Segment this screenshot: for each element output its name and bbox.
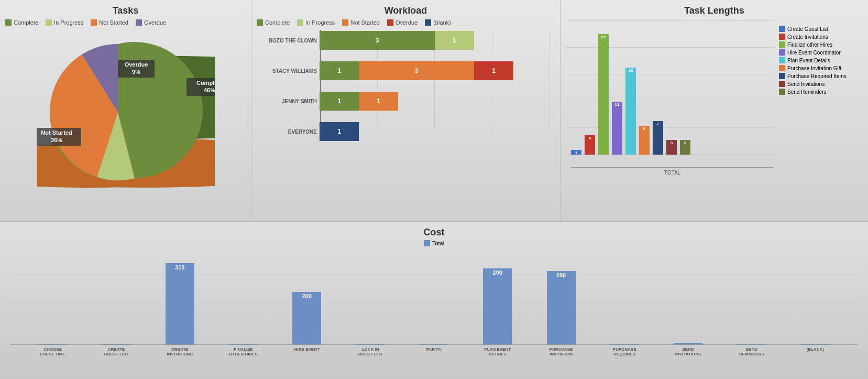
cost-bar-send-rem	[737, 344, 766, 344]
tl-bar-group-4: 11	[612, 102, 622, 155]
cost-bar-guestlist-bar	[102, 344, 130, 344]
cost-bar-party	[420, 344, 448, 344]
wl-complete-label: Complete	[265, 19, 290, 26]
cost-xlabel-10: PURCHASE REQUIRED	[610, 347, 639, 356]
tl-x-label: TOTAL	[571, 170, 774, 176]
legend-overdue: Overdue	[136, 19, 166, 26]
legend-complete-label: Complete	[14, 19, 38, 26]
tl-legend-label-9: Send Reminders	[787, 89, 826, 95]
tl-bar-8: 3	[666, 140, 677, 155]
tl-legend-label-3: Finalize other Hires	[787, 42, 832, 48]
cost-xlabel-8: PLAN EVENT DETAILS	[483, 347, 512, 356]
label-complete-pct: 46%	[203, 87, 214, 93]
tl-legend-5: Plan Event Details	[779, 57, 863, 63]
cost-bar-purchase-inv-bar: 280	[547, 271, 576, 344]
wl-inprogress-dot	[297, 19, 303, 26]
cost-bar-invitations-bar: 310	[166, 263, 194, 344]
tasks-legend: Complete In Progress Not Started Overdue	[5, 19, 246, 26]
tasklengths-chart-area: 1 4 25 11	[566, 20, 774, 176]
tl-legend-label-4: Hire Event Coordinator	[787, 50, 841, 56]
tl-legend-6: Purchase Invitation Gift	[779, 65, 863, 71]
cost-bar-finalize-bar	[229, 344, 258, 344]
cost-bar-purchase-req-bar	[610, 344, 639, 344]
label-overdue: Overdue	[124, 61, 148, 68]
tasklengths-bars-container: 1 4 25 11	[566, 20, 774, 167]
wl-complete-dot	[257, 19, 263, 26]
everyone-label: EVERYONE	[262, 129, 317, 135]
bozo-complete-bar: 3	[320, 31, 435, 50]
tl-bar-7: 7	[653, 121, 663, 155]
label-overdue-pct: 9%	[132, 69, 140, 75]
tl-bar-4: 11	[612, 102, 622, 155]
bozo-inprogress-bar: 1	[435, 31, 474, 50]
workload-row-everyone: EVERYONE 1	[320, 121, 550, 142]
tl-legend-4: Hire Event Coordinator	[779, 49, 863, 56]
stacy-label: STACY WILLIAMS	[262, 68, 317, 74]
tl-legend-label-5: Plan Event Details	[787, 58, 830, 63]
pie-chart: Complete 46% In Progress 9% Not Started …	[37, 31, 215, 188]
cost-bars-row: 310 200 290	[10, 251, 858, 345]
tl-legend-label-8: Send Invitations	[787, 81, 825, 87]
tl-bar-group-9: 3	[680, 140, 690, 155]
cost-bar-send-inv	[674, 343, 702, 344]
workload-panel: Workload Complete In Progress Not Starte…	[251, 0, 561, 221]
jenny-complete-bar: 1	[320, 92, 359, 111]
cost-bar-plan: 290	[483, 268, 512, 344]
tasks-panel: Tasks Complete In Progress Not Started O…	[0, 0, 251, 221]
legend-inprogress: In Progress	[46, 19, 83, 26]
wl-blank-dot	[425, 19, 431, 26]
top-row: Tasks Complete In Progress Not Started O…	[0, 0, 868, 222]
wl-inprogress-label: In Progress	[305, 19, 335, 26]
tl-bar-group-5: 18	[625, 68, 636, 155]
cost-bar-finalize	[229, 344, 258, 344]
cost-xlabel-2: CREATE GUEST LIST	[102, 347, 130, 356]
tasklengths-panel: Task Lengths	[561, 0, 868, 221]
cost-xlabel-13: (BLANK)	[801, 347, 830, 356]
tl-legend-label-2: Create Invitations	[787, 34, 828, 40]
tl-bar-1: 1	[571, 150, 581, 155]
cost-bar-party-bar	[420, 344, 448, 344]
label-complete: Complete	[196, 80, 214, 86]
cost-xlabel-4: FINALIZE OTHER HIRES	[229, 347, 258, 356]
cost-xlabel-9: PURCHASE INVITATION	[547, 347, 576, 356]
tl-bar-group-3: 25	[598, 34, 609, 155]
jenny-bars: 1 1	[320, 92, 398, 111]
tasklengths-content: 1 4 25 11	[566, 20, 863, 176]
cost-xlabel-11: SEND INVITATIONS	[674, 347, 702, 356]
tl-bar-2: 4	[585, 135, 595, 155]
cost-bar-lockin	[356, 344, 385, 344]
workload-legend: Complete In Progress Not Started Overdue…	[257, 19, 555, 26]
legend-overdue-label: Overdue	[144, 19, 166, 26]
legend-inprogress-label: In Progress	[54, 19, 83, 26]
cost-xlabel-5: HIRE EVENT	[292, 347, 321, 356]
tl-bar-group-6: 6	[639, 126, 650, 155]
workload-chart: BOZO THE CLOWN 3 1 STACY WILLIAMS 1 3 1	[257, 30, 555, 142]
workload-row-bozo: BOZO THE CLOWN 3 1	[320, 30, 550, 51]
inprogress-color	[46, 19, 52, 26]
wl-legend-inprogress: In Progress	[297, 19, 335, 26]
stacy-bars: 1 3 1	[320, 61, 513, 80]
cost-bar-send-rem-bar	[737, 344, 766, 344]
bozo-label: BOZO THE CLOWN	[262, 38, 317, 44]
tl-bar-5: 18	[625, 68, 636, 155]
tl-bar-3: 25	[598, 34, 609, 155]
tasklengths-bars: 1 4 25 11	[566, 34, 690, 155]
tasklengths-title: Task Lengths	[566, 5, 863, 16]
tl-x-axis	[571, 167, 774, 168]
cost-xlabel-3: CREATE INVITATIONS	[166, 347, 194, 356]
wl-overdue-label: Overdue	[395, 19, 417, 26]
cost-bar-hire: 200	[292, 292, 321, 344]
wl-legend-notstarted: Not Started	[342, 19, 380, 26]
tl-legend-1: Create Guest List	[779, 26, 863, 32]
stacy-overdue-bar: 1	[474, 61, 513, 80]
cost-bar-send-inv-bar	[674, 343, 702, 344]
cost-bar-purchase-req	[610, 344, 639, 344]
label-notstarted: Not Started	[41, 129, 72, 136]
cost-bar-guestlist	[102, 344, 130, 344]
tl-bar-9: 3	[680, 140, 690, 155]
tl-legend-label-6: Purchase Invitation Gift	[787, 66, 841, 71]
label-notstarted-pct: 36%	[50, 137, 62, 143]
jenny-notstarted-bar: 1	[359, 92, 398, 111]
stacy-complete-bar: 1	[320, 61, 359, 80]
cost-bar-choose	[38, 344, 67, 344]
